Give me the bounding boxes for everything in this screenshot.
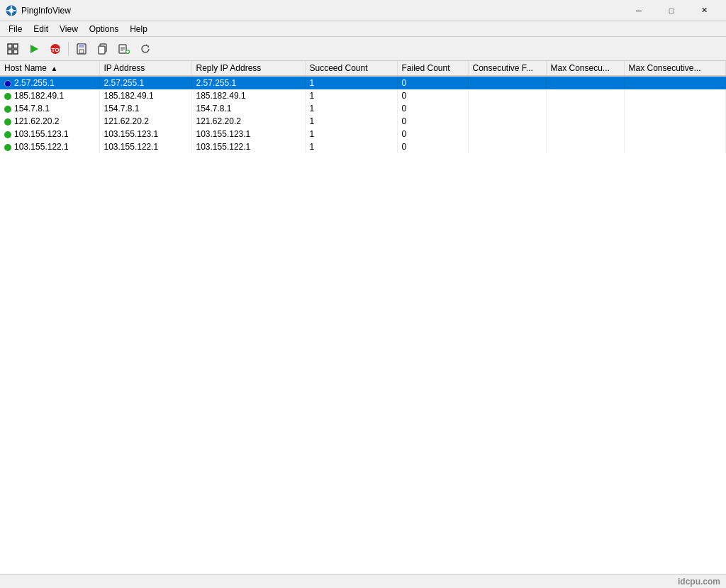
toolbar: STOP xyxy=(0,37,726,61)
cell-ip: 121.62.20.2 xyxy=(99,115,191,128)
col-header-consec-f-label: Consecutive F... xyxy=(473,63,533,73)
col-header-max-consec2-label: Max Consecutive... xyxy=(629,63,701,73)
cell-reply: 185.182.49.1 xyxy=(191,89,305,102)
grid-icon-button[interactable] xyxy=(3,40,23,58)
cell-max_consec2 xyxy=(624,102,726,115)
table-row[interactable]: 121.62.20.2121.62.20.2121.62.20.210 xyxy=(0,115,726,128)
status-dot xyxy=(4,93,11,100)
cell-max_consec xyxy=(546,102,624,115)
app-icon xyxy=(6,5,17,16)
col-header-ip[interactable]: IP Address xyxy=(99,61,191,76)
cell-consec_f xyxy=(468,128,546,140)
cell-ip: 103.155.122.1 xyxy=(99,140,191,153)
cell-succeed: 1 xyxy=(305,140,397,153)
cell-failed: 0 xyxy=(397,89,468,102)
col-header-max-consec-label: Max Consecu... xyxy=(551,63,610,73)
status-dot xyxy=(4,118,11,126)
col-header-consec-f[interactable]: Consecutive F... xyxy=(468,61,546,76)
col-header-succeed-label: Succeed Count xyxy=(310,63,368,73)
cell-max_consec xyxy=(546,140,624,153)
svg-rect-6 xyxy=(8,44,12,48)
col-header-host[interactable]: Host Name ▲ xyxy=(0,61,99,76)
title-bar: PingInfoView ─ □ ✕ xyxy=(0,0,726,21)
start-button[interactable] xyxy=(24,40,44,58)
cell-succeed: 1 xyxy=(305,89,397,102)
close-button[interactable]: ✕ xyxy=(688,0,720,21)
col-header-failed[interactable]: Failed Count xyxy=(397,61,468,76)
cell-ip: 154.7.8.1 xyxy=(99,102,191,115)
cell-host: 154.7.8.1 xyxy=(0,102,99,115)
svg-point-1 xyxy=(9,9,13,13)
svg-rect-9 xyxy=(13,50,18,54)
svg-rect-17 xyxy=(99,46,105,54)
cell-max_consec2 xyxy=(624,89,726,102)
col-header-ip-label: IP Address xyxy=(104,63,145,73)
menu-file[interactable]: File xyxy=(3,23,28,35)
svg-marker-10 xyxy=(30,45,38,53)
app-title: PingInfoView xyxy=(21,6,71,16)
cell-consec_f xyxy=(468,89,546,102)
sort-arrow-host: ▲ xyxy=(50,65,57,72)
watermark-text: idcpu.com xyxy=(678,577,720,587)
cell-succeed: 1 xyxy=(305,76,397,89)
cell-reply: 121.62.20.2 xyxy=(191,115,305,128)
save-button[interactable] xyxy=(72,40,91,58)
copy-button[interactable] xyxy=(93,40,113,58)
col-header-max-consec[interactable]: Max Consecu... xyxy=(546,61,624,76)
cell-succeed: 1 xyxy=(305,102,397,115)
svg-rect-14 xyxy=(79,44,84,48)
cell-max_consec2 xyxy=(624,76,726,89)
col-header-max-consec2[interactable]: Max Consecutive... xyxy=(624,61,726,76)
menu-edit[interactable]: Edit xyxy=(28,23,54,35)
col-header-failed-label: Failed Count xyxy=(402,63,450,73)
svg-rect-15 xyxy=(79,50,84,53)
menu-help[interactable]: Help xyxy=(124,23,153,35)
cell-max_consec xyxy=(546,76,624,89)
cell-max_consec xyxy=(546,128,624,140)
menu-options[interactable]: Options xyxy=(84,23,124,35)
table-row[interactable]: 103.155.122.1103.155.122.1103.155.122.11… xyxy=(0,140,726,153)
cell-host: 2.57.255.1 xyxy=(0,76,99,89)
cell-max_consec2 xyxy=(624,128,726,140)
col-header-succeed[interactable]: Succeed Count xyxy=(305,61,397,76)
cell-succeed: 1 xyxy=(305,115,397,128)
svg-rect-8 xyxy=(8,50,12,54)
svg-marker-25 xyxy=(146,44,148,46)
cell-failed: 0 xyxy=(397,102,468,115)
col-header-reply-label: Reply IP Address xyxy=(196,63,262,73)
cell-reply: 2.57.255.1 xyxy=(191,76,305,89)
table-header-row: Host Name ▲ IP Address Reply IP Address … xyxy=(0,61,726,76)
cell-consec_f xyxy=(468,115,546,128)
refresh-button[interactable] xyxy=(135,40,155,58)
cell-failed: 0 xyxy=(397,128,468,140)
svg-rect-7 xyxy=(13,44,18,48)
col-header-reply[interactable]: Reply IP Address xyxy=(191,61,305,76)
cell-consec_f xyxy=(468,102,546,115)
cell-host: 103.155.123.1 xyxy=(0,128,99,140)
cell-max_consec xyxy=(546,89,624,102)
table-container[interactable]: Host Name ▲ IP Address Reply IP Address … xyxy=(0,61,726,574)
table-row[interactable]: 103.155.123.1103.155.123.1103.155.123.11… xyxy=(0,128,726,140)
status-dot xyxy=(4,106,11,113)
cell-failed: 0 xyxy=(397,115,468,128)
minimize-button[interactable]: ─ xyxy=(622,0,655,21)
status-bar: idcpu.com xyxy=(0,574,726,588)
svg-text:STOP: STOP xyxy=(50,47,61,53)
stop-button[interactable]: STOP xyxy=(45,40,65,58)
status-dot xyxy=(4,80,11,87)
menu-view[interactable]: View xyxy=(54,23,84,35)
table-row[interactable]: 185.182.49.1185.182.49.1185.182.49.110 xyxy=(0,89,726,102)
main-content: Host Name ▲ IP Address Reply IP Address … xyxy=(0,61,726,574)
add-hosts-button[interactable] xyxy=(114,40,134,58)
cell-consec_f xyxy=(468,140,546,153)
cell-ip: 2.57.255.1 xyxy=(99,76,191,89)
cell-consec_f xyxy=(468,76,546,89)
table-row[interactable]: 2.57.255.12.57.255.12.57.255.110 xyxy=(0,76,726,89)
cell-host: 103.155.122.1 xyxy=(0,140,99,153)
cell-reply: 154.7.8.1 xyxy=(191,102,305,115)
cell-max_consec2 xyxy=(624,115,726,128)
menu-bar: File Edit View Options Help xyxy=(0,21,726,37)
maximize-button[interactable]: □ xyxy=(655,0,688,21)
table-row[interactable]: 154.7.8.1154.7.8.1154.7.8.110 xyxy=(0,102,726,115)
table-body: 2.57.255.12.57.255.12.57.255.110185.182.… xyxy=(0,76,726,153)
